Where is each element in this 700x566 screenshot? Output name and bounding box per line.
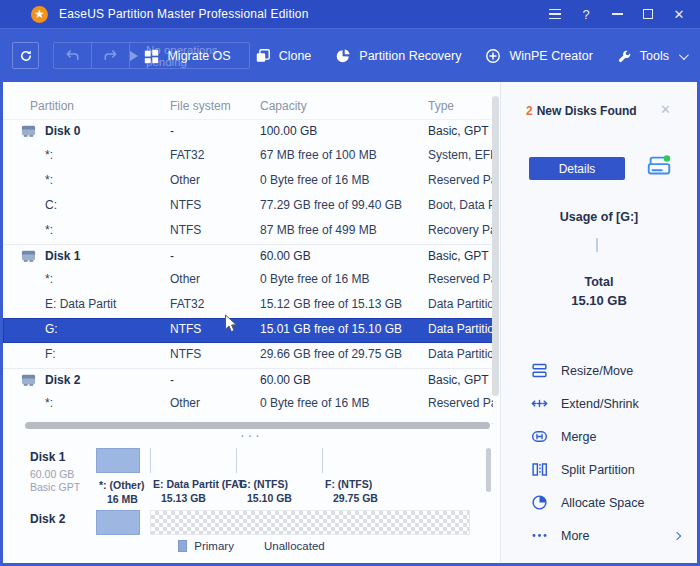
table-row[interactable]: *: FAT32 67 MB free of 100 MB System, EF… xyxy=(3,144,493,169)
refresh-button[interactable] xyxy=(12,42,39,69)
new-disks-notification: 2New Disks Found xyxy=(526,104,637,118)
column-header-capacity[interactable]: Capacity xyxy=(260,99,307,113)
menu-icon[interactable] xyxy=(546,5,564,23)
table-row[interactable]: Disk 0 - 100.00 GB Basic, GPT xyxy=(3,120,493,144)
mouse-cursor xyxy=(224,314,238,334)
winpe-creator-button[interactable]: WinPE Creator xyxy=(485,48,592,64)
partition-name: *: xyxy=(45,223,53,237)
undo-button[interactable] xyxy=(54,43,92,68)
table-row[interactable]: G: NTFS 15.01 GB free of 15.10 GB Data P… xyxy=(3,318,493,343)
split-partition-action[interactable]: Split Partition xyxy=(501,453,697,486)
capacity-value: 15.12 GB free of 15.13 GB xyxy=(260,297,402,311)
type-value: Basic, GPT xyxy=(428,124,489,138)
table-row[interactable]: *: Other 0 Byte free of 16 MB Reserved P… xyxy=(3,392,493,417)
usage-bar xyxy=(596,238,598,252)
allocate-space-label: Allocate Space xyxy=(561,496,644,510)
disk-map-scrollbar[interactable] xyxy=(486,448,491,492)
chevron-right-icon xyxy=(673,531,681,539)
column-header-partition[interactable]: Partition xyxy=(30,99,74,113)
merge-action[interactable]: Merge xyxy=(501,420,697,453)
partition-recovery-button[interactable]: Partition Recovery xyxy=(335,48,461,64)
primary-swatch-icon xyxy=(178,540,187,552)
extend-shrink-icon xyxy=(531,395,548,412)
more-action[interactable]: More xyxy=(501,519,697,552)
disk-map-partition-label: G: (NTFS)15.10 GB xyxy=(239,478,292,504)
type-value: Reserved Par... xyxy=(428,272,493,286)
file-system-value: Other xyxy=(170,396,200,410)
chevron-down-icon xyxy=(679,50,689,60)
minimize-button[interactable] xyxy=(608,5,626,23)
capacity-value: 77.29 GB free of 99.40 GB xyxy=(260,198,402,212)
disk-map-partition[interactable]: *: (Other)16 MB xyxy=(96,510,140,535)
type-value: Reserved Par... xyxy=(428,173,493,187)
allocate-space-icon xyxy=(531,494,548,511)
disk-map-partition[interactable]: G: (NTFS)15.10 GB xyxy=(236,448,322,473)
notification-close-icon[interactable]: ✕ xyxy=(660,102,671,117)
table-row[interactable]: F: NTFS 29.66 GB free of 29.75 GB Data P… xyxy=(3,343,493,368)
grid-icon xyxy=(144,49,159,64)
new-disk-icon[interactable] xyxy=(645,152,673,184)
partition-name: Disk 0 xyxy=(45,124,80,138)
extend-shrink-action[interactable]: Extend/Shrink xyxy=(501,387,697,420)
partition-name: E: Data Partit xyxy=(45,297,116,311)
notification-count: 2 xyxy=(526,104,533,118)
vertical-scrollbar[interactable] xyxy=(492,96,499,396)
disk-name: Disk 1 xyxy=(30,450,65,464)
partition-name: *: xyxy=(45,272,53,286)
table-row[interactable]: *: NTFS 87 MB free of 499 MB Recovery Pa… xyxy=(3,219,493,244)
capacity-value: 29.66 GB free of 29.75 GB xyxy=(260,347,402,361)
table-row[interactable]: Disk 1 - 60.00 GB Basic, GPT xyxy=(3,244,493,268)
column-header-filesystem[interactable]: File system xyxy=(170,99,231,113)
table-header: Partition File system Capacity Type xyxy=(3,95,500,120)
maximize-button[interactable] xyxy=(639,5,657,23)
extend-shrink-label: Extend/Shrink xyxy=(561,397,639,411)
usage-title: Usage of [G:] xyxy=(501,210,697,224)
partition-recovery-label: Partition Recovery xyxy=(359,49,461,63)
disk-map-partition[interactable]: *: (Other)16 MB xyxy=(96,448,140,473)
file-system-value: NTFS xyxy=(170,322,201,336)
type-value: Data Partition xyxy=(428,297,493,311)
right-panel: 2New Disks Found ✕ Details Usage of [G:]… xyxy=(500,82,697,563)
disk-map-partition[interactable]: * Unallocated59.98 GB xyxy=(150,510,470,535)
partition-actions: Resize/Move Extend/Shrink Merge Split Pa… xyxy=(501,354,697,552)
migrate-os-label: Migrate OS xyxy=(167,49,230,63)
capacity-value: 67 MB free of 100 MB xyxy=(260,148,377,162)
partition-table-area: Partition File system Capacity Type Disk… xyxy=(3,82,500,563)
capacity-value: 60.00 GB xyxy=(260,373,311,387)
column-header-type[interactable]: Type xyxy=(428,99,454,113)
type-value: Recovery Par... xyxy=(428,223,493,237)
allocate-space-action[interactable]: Allocate Space xyxy=(501,486,697,519)
type-value: Data Partition xyxy=(428,347,493,361)
content-area: Partition File system Capacity Type Disk… xyxy=(3,82,697,563)
redo-button[interactable] xyxy=(92,43,130,68)
table-row[interactable]: *: Other 0 Byte free of 16 MB Reserved P… xyxy=(3,169,493,194)
clone-button[interactable]: Clone xyxy=(255,48,312,64)
table-row[interactable]: Disk 2 - 60.00 GB Basic, GPT xyxy=(3,368,493,392)
clone-label: Clone xyxy=(279,49,312,63)
panel-splitter-handle[interactable]: ··· xyxy=(3,430,500,440)
file-system-value: Other xyxy=(170,272,200,286)
details-button[interactable]: Details xyxy=(529,157,625,180)
capacity-value: 100.00 GB xyxy=(260,124,317,138)
window-title: EaseUS Partition Master Professional Edi… xyxy=(59,7,309,21)
file-system-value: NTFS xyxy=(170,198,201,212)
table-row[interactable]: *: Other 0 Byte free of 16 MB Reserved P… xyxy=(3,268,493,293)
titlebar: ★ EaseUS Partition Master Professional E… xyxy=(0,0,700,28)
help-button[interactable]: ? xyxy=(577,5,595,23)
table-row[interactable]: E: Data Partit FAT32 15.12 GB free of 15… xyxy=(3,293,493,318)
disk-map-bar: *: (Other)16 MBE: Data Partit (FAT.15.13… xyxy=(96,448,468,473)
disk-name: Disk 2 xyxy=(30,512,65,526)
app-window: ★ EaseUS Partition Master Professional E… xyxy=(0,0,700,566)
disk-map-partition[interactable]: E: Data Partit (FAT.15.13 GB xyxy=(150,448,236,473)
migrate-os-button[interactable]: Migrate OS xyxy=(144,49,230,64)
file-system-value: - xyxy=(170,124,174,138)
close-button[interactable]: ✕ xyxy=(670,5,688,23)
tools-button[interactable]: Tools xyxy=(617,49,686,64)
partition-name: F: xyxy=(45,347,56,361)
merge-icon xyxy=(531,428,548,445)
table-row[interactable]: C: NTFS 77.29 GB free of 99.40 GB Boot, … xyxy=(3,194,493,219)
resize-move-action[interactable]: Resize/Move xyxy=(501,354,697,387)
resize-move-icon xyxy=(531,362,548,379)
disk-map-partition[interactable]: F: (NTFS)29.75 GB xyxy=(322,448,468,473)
file-system-value: Other xyxy=(170,173,200,187)
